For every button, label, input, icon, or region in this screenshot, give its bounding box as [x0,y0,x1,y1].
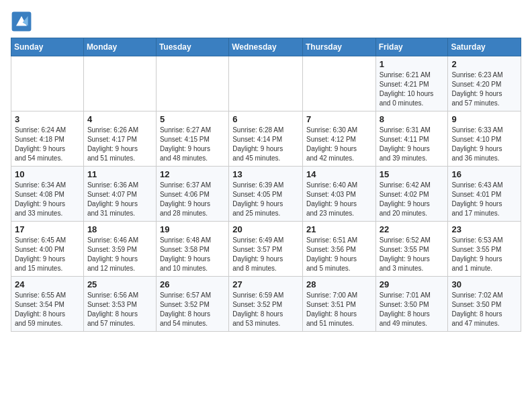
calendar-cell [229,56,303,111]
day-number: 12 [160,169,225,179]
day-header-thursday: Thursday [302,38,375,56]
day-number: 18 [87,224,152,234]
week-row-5: 24Sunrise: 6:55 AMSunset: 3:54 PMDayligh… [11,277,521,332]
day-info: Sunrise: 6:53 AMSunset: 3:55 PMDaylight:… [451,236,517,273]
calendar-table: SundayMondayTuesdayWednesdayThursdayFrid… [11,38,521,332]
day-number: 9 [451,114,517,124]
calendar-cell: 24Sunrise: 6:55 AMSunset: 3:54 PMDayligh… [11,277,84,332]
day-info: Sunrise: 6:43 AMSunset: 4:01 PMDaylight:… [451,181,517,218]
calendar-cell: 20Sunrise: 6:49 AMSunset: 3:57 PMDayligh… [229,222,303,277]
day-info: Sunrise: 6:30 AMSunset: 4:12 PMDaylight:… [306,126,372,163]
day-number: 16 [451,169,517,179]
calendar-cell: 16Sunrise: 6:43 AMSunset: 4:01 PMDayligh… [448,167,521,222]
day-number: 17 [15,224,80,234]
day-number: 29 [380,279,445,289]
day-info: Sunrise: 6:28 AMSunset: 4:14 PMDaylight:… [232,126,299,163]
calendar-cell: 4Sunrise: 6:26 AMSunset: 4:17 PMDaylight… [83,111,156,167]
calendar-cell: 28Sunrise: 7:00 AMSunset: 3:51 PMDayligh… [302,277,375,332]
day-header-saturday: Saturday [448,38,521,56]
calendar-cell [11,56,84,111]
calendar-cell: 10Sunrise: 6:34 AMSunset: 4:08 PMDayligh… [11,167,84,222]
calendar-cell: 27Sunrise: 6:59 AMSunset: 3:52 PMDayligh… [229,277,303,332]
calendar-cell: 12Sunrise: 6:37 AMSunset: 4:06 PMDayligh… [156,167,228,222]
calendar-cell [83,56,156,111]
day-number: 13 [232,169,299,179]
day-info: Sunrise: 7:00 AMSunset: 3:51 PMDaylight:… [306,291,372,328]
calendar-cell: 8Sunrise: 6:31 AMSunset: 4:11 PMDaylight… [375,111,448,167]
calendar-cell: 9Sunrise: 6:33 AMSunset: 4:10 PMDaylight… [448,111,521,167]
day-number: 3 [15,114,80,124]
logo [11,11,35,32]
day-number: 26 [160,279,225,289]
calendar-cell: 29Sunrise: 7:01 AMSunset: 3:50 PMDayligh… [375,277,448,332]
calendar-cell: 30Sunrise: 7:02 AMSunset: 3:50 PMDayligh… [448,277,521,332]
calendar-cell: 2Sunrise: 6:23 AMSunset: 4:20 PMDaylight… [448,56,521,111]
day-info: Sunrise: 6:31 AMSunset: 4:11 PMDaylight:… [380,126,445,163]
day-info: Sunrise: 6:39 AMSunset: 4:05 PMDaylight:… [232,181,299,218]
day-info: Sunrise: 6:33 AMSunset: 4:10 PMDaylight:… [451,126,517,163]
day-info: Sunrise: 6:21 AMSunset: 4:21 PMDaylight:… [380,71,445,108]
calendar-cell: 5Sunrise: 6:27 AMSunset: 4:15 PMDaylight… [156,111,228,167]
day-number: 19 [160,224,225,234]
day-number: 20 [232,224,299,234]
day-number: 10 [15,169,80,179]
day-info: Sunrise: 6:51 AMSunset: 3:56 PMDaylight:… [306,236,372,273]
calendar-cell: 22Sunrise: 6:52 AMSunset: 3:55 PMDayligh… [375,222,448,277]
calendar-cell: 13Sunrise: 6:39 AMSunset: 4:05 PMDayligh… [229,167,303,222]
calendar-cell: 17Sunrise: 6:45 AMSunset: 4:00 PMDayligh… [11,222,84,277]
day-number: 23 [451,224,517,234]
calendar-cell: 3Sunrise: 6:24 AMSunset: 4:18 PMDaylight… [11,111,84,167]
day-number: 5 [160,114,225,124]
week-row-1: 1Sunrise: 6:21 AMSunset: 4:21 PMDaylight… [11,56,521,111]
calendar-cell: 21Sunrise: 6:51 AMSunset: 3:56 PMDayligh… [302,222,375,277]
day-number: 15 [380,169,445,179]
calendar-cell: 11Sunrise: 6:36 AMSunset: 4:07 PMDayligh… [83,167,156,222]
day-info: Sunrise: 6:45 AMSunset: 4:00 PMDaylight:… [15,236,80,273]
day-info: Sunrise: 6:49 AMSunset: 3:57 PMDaylight:… [232,236,299,273]
calendar-cell [156,56,228,111]
day-number: 4 [87,114,152,124]
day-info: Sunrise: 6:24 AMSunset: 4:18 PMDaylight:… [15,126,80,163]
day-info: Sunrise: 6:42 AMSunset: 4:02 PMDaylight:… [380,181,445,218]
calendar-cell: 26Sunrise: 6:57 AMSunset: 3:52 PMDayligh… [156,277,228,332]
day-number: 11 [87,169,152,179]
day-header-wednesday: Wednesday [229,38,303,56]
calendar-cell: 6Sunrise: 6:28 AMSunset: 4:14 PMDaylight… [229,111,303,167]
day-number: 24 [15,279,80,289]
week-row-2: 3Sunrise: 6:24 AMSunset: 4:18 PMDaylight… [11,111,521,167]
day-info: Sunrise: 6:27 AMSunset: 4:15 PMDaylight:… [160,126,225,163]
day-info: Sunrise: 7:01 AMSunset: 3:50 PMDaylight:… [380,291,445,328]
page-header [11,11,521,32]
day-info: Sunrise: 6:59 AMSunset: 3:52 PMDaylight:… [232,291,299,328]
day-info: Sunrise: 6:56 AMSunset: 3:53 PMDaylight:… [87,291,152,328]
day-info: Sunrise: 6:48 AMSunset: 3:58 PMDaylight:… [160,236,225,273]
day-number: 2 [451,59,517,69]
day-info: Sunrise: 6:57 AMSunset: 3:52 PMDaylight:… [160,291,225,328]
day-info: Sunrise: 6:55 AMSunset: 3:54 PMDaylight:… [15,291,80,328]
day-number: 28 [306,279,372,289]
day-number: 6 [232,114,299,124]
day-header-monday: Monday [83,38,156,56]
calendar-cell: 19Sunrise: 6:48 AMSunset: 3:58 PMDayligh… [156,222,228,277]
calendar-cell: 7Sunrise: 6:30 AMSunset: 4:12 PMDaylight… [302,111,375,167]
day-number: 14 [306,169,372,179]
day-info: Sunrise: 6:34 AMSunset: 4:08 PMDaylight:… [15,181,80,218]
day-header-tuesday: Tuesday [156,38,228,56]
day-number: 30 [451,279,517,289]
week-row-4: 17Sunrise: 6:45 AMSunset: 4:00 PMDayligh… [11,222,521,277]
logo-icon [11,11,32,32]
calendar-cell: 23Sunrise: 6:53 AMSunset: 3:55 PMDayligh… [448,222,521,277]
day-number: 8 [380,114,445,124]
day-number: 22 [380,224,445,234]
day-number: 27 [232,279,299,289]
day-info: Sunrise: 6:26 AMSunset: 4:17 PMDaylight:… [87,126,152,163]
week-row-3: 10Sunrise: 6:34 AMSunset: 4:08 PMDayligh… [11,167,521,222]
day-info: Sunrise: 6:23 AMSunset: 4:20 PMDaylight:… [451,71,517,108]
day-info: Sunrise: 6:52 AMSunset: 3:55 PMDaylight:… [380,236,445,273]
calendar-cell: 1Sunrise: 6:21 AMSunset: 4:21 PMDaylight… [375,56,448,111]
day-info: Sunrise: 6:40 AMSunset: 4:03 PMDaylight:… [306,181,372,218]
day-info: Sunrise: 7:02 AMSunset: 3:50 PMDaylight:… [451,291,517,328]
day-number: 25 [87,279,152,289]
day-number: 21 [306,224,372,234]
day-info: Sunrise: 6:46 AMSunset: 3:59 PMDaylight:… [87,236,152,273]
